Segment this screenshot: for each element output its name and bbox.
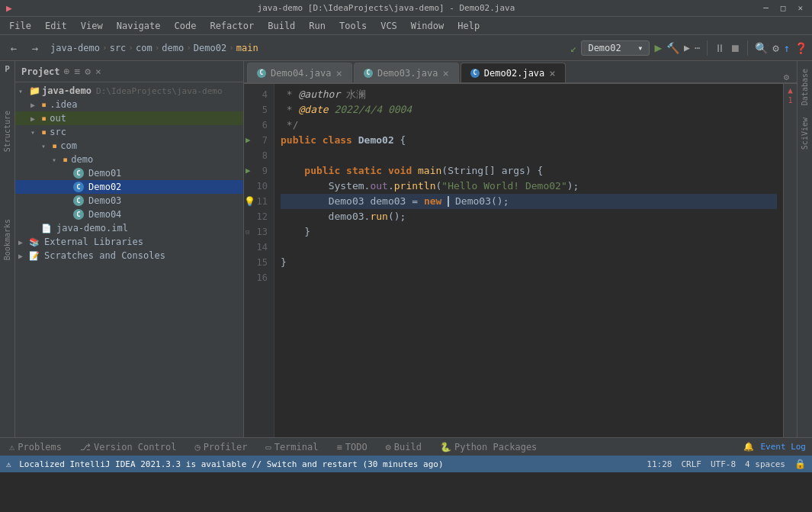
code-editor[interactable]: * @author 水澜 * @date 2022/4/4 0004 */ pu… (274, 84, 783, 437)
tree-demo02-label: Demo02 (88, 182, 121, 192)
bookmarks-icon[interactable]: Bookmarks (3, 219, 11, 260)
tree-idea[interactable]: ▶ ▪ .idea (15, 98, 243, 111)
line-col[interactable]: 11:28 (647, 459, 672, 469)
breadcrumb-demo02[interactable]: Demo02 (194, 43, 226, 53)
menu-tools[interactable]: Tools (333, 19, 373, 33)
coverage-btn[interactable]: ▶ (684, 42, 690, 53)
code-line-16 (281, 270, 777, 285)
bottom-tab-todo[interactable]: ≡ TODO (333, 442, 370, 452)
sidebar-header-btn1[interactable]: ⊕ (63, 65, 71, 78)
linenum-14: 14 (244, 240, 274, 255)
run-gutter-icon[interactable]: ▶ (246, 133, 251, 148)
status-message: ⚠ Localized IntelliJ IDEA 2021.3.3 is av… (6, 459, 640, 469)
forward-btn[interactable]: → (26, 39, 44, 57)
menu-view[interactable]: View (75, 19, 109, 33)
minimize-btn[interactable]: ─ (760, 3, 772, 13)
stop-btn[interactable]: ⏹ (730, 42, 740, 54)
bottom-tab-terminal[interactable]: ▭ Terminal (262, 442, 321, 452)
breadcrumb-src[interactable]: src (110, 43, 127, 53)
menu-window[interactable]: Window (405, 19, 450, 33)
structure-icon[interactable]: Structure (3, 111, 11, 152)
bottom-tab-problems[interactable]: ⚠ Problems (6, 442, 65, 452)
idehelp-btn[interactable]: ❓ (794, 42, 807, 54)
menu-help[interactable]: Help (451, 19, 486, 33)
breadcrumb-com[interactable]: com (136, 43, 152, 53)
menu-code[interactable]: Code (168, 19, 203, 33)
tree-demo[interactable]: ▾ ▪ demo (15, 153, 243, 166)
breadcrumb-project[interactable]: java-demo (50, 43, 100, 53)
project-icon[interactable]: P (5, 64, 10, 74)
sidebar-database[interactable]: Database (799, 64, 810, 110)
linenum-6: 6 (244, 118, 274, 133)
problems-label: Problems (18, 442, 62, 452)
tree-demo04[interactable]: C Demo04 (15, 208, 243, 221)
code-line-4: * @author 水澜 (281, 87, 777, 102)
window-controls: ─ □ ✕ (760, 3, 806, 13)
menu-edit[interactable]: Edit (39, 19, 73, 33)
bulb-icon[interactable]: 💡 (244, 194, 255, 209)
tree-demo02[interactable]: C Demo02 (15, 180, 243, 194)
sidebar-header-btn3[interactable]: ⚙ (84, 65, 91, 78)
tree-com[interactable]: ▾ ▪ com (15, 139, 243, 153)
bottom-tab-profiler[interactable]: ◷ Profiler (191, 442, 250, 452)
tree-external[interactable]: ▶ 📚 External Libraries (15, 235, 243, 249)
indent[interactable]: 4 spaces (745, 459, 785, 469)
tab-menu-btn[interactable]: ⚙ (779, 72, 794, 82)
pause-btn[interactable]: ⏸ (714, 42, 725, 54)
tab-icon-demo04: C (257, 69, 266, 78)
run-config-selector[interactable]: Demo02 ▾ (581, 40, 650, 56)
editor-area: 4 5 6 ▶ 7 8 ▶ 9 10 💡 11 12 (244, 84, 797, 437)
fold-icon[interactable]: ⊟ (246, 224, 249, 240)
menu-navigate[interactable]: Navigate (111, 19, 167, 33)
sidebar-sciview[interactable]: SciView (799, 113, 810, 154)
root-label: java-demo (42, 85, 91, 96)
close-btn[interactable]: ✕ (794, 3, 806, 13)
run-gutter-icon-9[interactable]: ▶ (246, 163, 251, 179)
status-bar: ⚠ Localized IntelliJ IDEA 2021.3.3 is av… (0, 456, 812, 472)
sidebar-header-btn2[interactable]: ≡ (73, 65, 81, 78)
tab-close-demo02[interactable]: × (549, 68, 555, 79)
run-config-label: Demo02 (588, 43, 621, 53)
restore-btn[interactable]: □ (778, 3, 789, 13)
menu-vcs[interactable]: VCS (374, 19, 403, 33)
vcs-update-icon[interactable]: ↙ (570, 42, 576, 54)
bottom-tab-python[interactable]: 🐍 Python Packages (437, 442, 540, 452)
tree-iml[interactable]: 📄 java-demo.iml (15, 221, 243, 235)
run-button[interactable]: ▶ (654, 40, 662, 55)
tab-demo03[interactable]: C Demo03.java × (354, 63, 459, 82)
breadcrumb-demo[interactable]: demo (162, 43, 184, 53)
encoding[interactable]: UTF-8 (711, 459, 736, 469)
tab-close-demo03[interactable]: × (442, 68, 448, 79)
tab-demo04[interactable]: C Demo04.java × (247, 63, 352, 82)
menu-run[interactable]: Run (303, 19, 332, 33)
tree-scratches[interactable]: ▶ 📝 Scratches and Consoles (15, 249, 243, 262)
line-sep[interactable]: CRLF (681, 459, 701, 469)
breadcrumb-main[interactable]: main (236, 43, 258, 53)
event-log-label[interactable]: Event Log (760, 442, 806, 452)
toolbar: ← → java-demo › src › com › demo › Demo0… (0, 35, 812, 61)
folder-icon-out: ▪ (41, 113, 47, 124)
bottom-tab-build[interactable]: ⚙ Build (383, 442, 425, 452)
build-btn[interactable]: 🔨 (666, 42, 679, 54)
tab-icon-demo03: C (364, 69, 373, 78)
code-line-14 (281, 240, 777, 255)
bottom-tab-vcs[interactable]: ⎇ Version Control (77, 442, 179, 452)
settings-btn[interactable]: ⚙ (772, 42, 778, 54)
folder-icon-demo: ▪ (63, 154, 68, 165)
menu-file[interactable]: File (3, 19, 37, 33)
menu-build[interactable]: Build (262, 19, 301, 33)
search-everywhere-btn[interactable]: 🔍 (755, 42, 768, 54)
folder-icon-com: ▪ (52, 140, 57, 151)
update-btn[interactable]: ↑ (784, 42, 790, 54)
sidebar-header-close[interactable]: × (95, 65, 102, 78)
back-btn[interactable]: ← (5, 39, 23, 57)
tree-demo03[interactable]: C Demo03 (15, 194, 243, 208)
tree-out[interactable]: ▶ ▪ out (15, 111, 243, 125)
tab-demo02[interactable]: C Demo02.java × (461, 63, 566, 82)
tree-demo01[interactable]: C Demo01 (15, 166, 243, 180)
more-run-btn[interactable]: ⋯ (695, 43, 700, 53)
tab-close-demo04[interactable]: × (335, 68, 342, 79)
tree-root[interactable]: ▾ 📁 java-demo D:\IdeaProjects\java-demo (15, 84, 243, 98)
tree-src[interactable]: ▾ ▪ src (15, 125, 243, 139)
menu-refactor[interactable]: Refactor (204, 19, 260, 33)
